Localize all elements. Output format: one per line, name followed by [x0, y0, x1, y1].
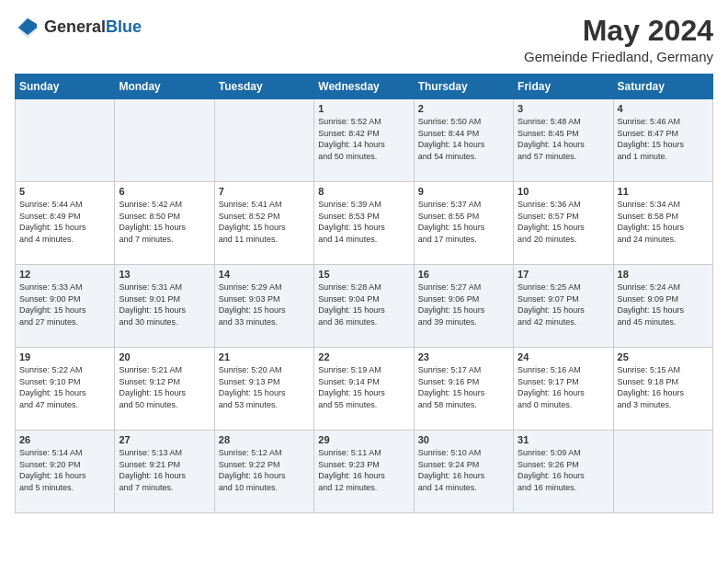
day-info: Sunrise: 5:20 AM Sunset: 9:13 PM Dayligh… — [219, 364, 310, 410]
calendar-weekday-thursday: Thursday — [414, 75, 513, 99]
day-number: 27 — [119, 434, 210, 445]
day-info: Sunrise: 5:52 AM Sunset: 8:42 PM Dayligh… — [318, 116, 409, 162]
day-number: 5 — [19, 186, 110, 197]
day-info: Sunrise: 5:39 AM Sunset: 8:53 PM Dayligh… — [318, 199, 409, 245]
calendar-cell: 13Sunrise: 5:31 AM Sunset: 9:01 PM Dayli… — [115, 265, 214, 348]
day-info: Sunrise: 5:48 AM Sunset: 8:45 PM Dayligh… — [518, 116, 609, 162]
location: Gemeinde Friedland, Germany — [524, 49, 713, 64]
day-info: Sunrise: 5:11 AM Sunset: 9:23 PM Dayligh… — [318, 447, 409, 493]
calendar-week-row: 19Sunrise: 5:22 AM Sunset: 9:10 PM Dayli… — [16, 348, 713, 431]
calendar-week-row: 12Sunrise: 5:33 AM Sunset: 9:00 PM Dayli… — [16, 265, 713, 348]
day-number: 20 — [119, 351, 210, 362]
calendar-cell: 16Sunrise: 5:27 AM Sunset: 9:06 PM Dayli… — [414, 265, 513, 348]
day-number: 29 — [318, 434, 409, 445]
day-number: 12 — [19, 269, 110, 280]
day-number: 26 — [19, 434, 110, 445]
day-number: 21 — [219, 351, 310, 362]
calendar-weekday-friday: Friday — [514, 75, 613, 99]
calendar-table: SundayMondayTuesdayWednesdayThursdayFrid… — [15, 74, 713, 513]
day-number: 13 — [119, 269, 210, 280]
calendar-cell: 9Sunrise: 5:37 AM Sunset: 8:55 PM Daylig… — [414, 182, 513, 265]
day-number: 9 — [418, 186, 509, 197]
day-number: 31 — [518, 434, 609, 445]
calendar-cell: 23Sunrise: 5:17 AM Sunset: 9:16 PM Dayli… — [414, 348, 513, 431]
day-info: Sunrise: 5:34 AM Sunset: 8:58 PM Dayligh… — [618, 199, 709, 245]
day-info: Sunrise: 5:19 AM Sunset: 9:14 PM Dayligh… — [318, 364, 409, 410]
calendar-weekday-tuesday: Tuesday — [214, 75, 313, 99]
day-number: 18 — [618, 269, 709, 280]
day-info: Sunrise: 5:14 AM Sunset: 9:20 PM Dayligh… — [19, 447, 110, 493]
day-info: Sunrise: 5:27 AM Sunset: 9:06 PM Dayligh… — [418, 282, 509, 327]
day-info: Sunrise: 5:50 AM Sunset: 8:44 PM Dayligh… — [418, 116, 509, 162]
day-number: 23 — [418, 351, 509, 362]
calendar-cell: 3Sunrise: 5:48 AM Sunset: 8:45 PM Daylig… — [514, 99, 613, 182]
day-info: Sunrise: 5:37 AM Sunset: 8:55 PM Dayligh… — [418, 199, 509, 245]
calendar-cell: 11Sunrise: 5:34 AM Sunset: 8:58 PM Dayli… — [613, 182, 712, 265]
calendar-cell: 8Sunrise: 5:39 AM Sunset: 8:53 PM Daylig… — [314, 182, 414, 265]
calendar-cell — [16, 99, 115, 182]
calendar-cell: 28Sunrise: 5:12 AM Sunset: 9:22 PM Dayli… — [214, 431, 313, 513]
day-info: Sunrise: 5:16 AM Sunset: 9:17 PM Dayligh… — [518, 364, 609, 410]
calendar-cell: 2Sunrise: 5:50 AM Sunset: 8:44 PM Daylig… — [414, 99, 513, 182]
calendar-cell: 6Sunrise: 5:42 AM Sunset: 8:50 PM Daylig… — [115, 182, 214, 265]
calendar-cell: 1Sunrise: 5:52 AM Sunset: 8:42 PM Daylig… — [314, 99, 414, 182]
calendar-cell: 15Sunrise: 5:28 AM Sunset: 9:04 PM Dayli… — [314, 265, 414, 348]
day-info: Sunrise: 5:10 AM Sunset: 9:24 PM Dayligh… — [418, 447, 509, 493]
month-year: May 2024 — [524, 15, 713, 47]
day-number: 3 — [518, 103, 609, 114]
calendar-weekday-wednesday: Wednesday — [314, 75, 414, 99]
day-number: 6 — [119, 186, 210, 197]
day-info: Sunrise: 5:21 AM Sunset: 9:12 PM Dayligh… — [119, 364, 210, 410]
calendar-weekday-sunday: Sunday — [16, 75, 115, 99]
page-header: GeneralBlue May 2024 Gemeinde Friedland,… — [15, 15, 713, 64]
calendar-cell: 14Sunrise: 5:29 AM Sunset: 9:03 PM Dayli… — [214, 265, 313, 348]
day-info: Sunrise: 5:44 AM Sunset: 8:49 PM Dayligh… — [19, 199, 110, 245]
calendar-cell: 21Sunrise: 5:20 AM Sunset: 9:13 PM Dayli… — [214, 348, 313, 431]
calendar-cell: 31Sunrise: 5:09 AM Sunset: 9:26 PM Dayli… — [514, 431, 613, 513]
day-number: 14 — [219, 269, 310, 280]
day-number: 1 — [318, 103, 409, 114]
title-block: May 2024 Gemeinde Friedland, Germany — [524, 15, 713, 64]
calendar-cell: 17Sunrise: 5:25 AM Sunset: 9:07 PM Dayli… — [514, 265, 613, 348]
calendar-cell: 18Sunrise: 5:24 AM Sunset: 9:09 PM Dayli… — [613, 265, 712, 348]
day-number: 7 — [219, 186, 310, 197]
day-number: 17 — [518, 269, 609, 280]
calendar-weekday-monday: Monday — [115, 75, 214, 99]
calendar-cell: 20Sunrise: 5:21 AM Sunset: 9:12 PM Dayli… — [115, 348, 214, 431]
day-info: Sunrise: 5:25 AM Sunset: 9:07 PM Dayligh… — [518, 282, 609, 327]
calendar-header-row: SundayMondayTuesdayWednesdayThursdayFrid… — [16, 75, 713, 99]
day-info: Sunrise: 5:41 AM Sunset: 8:52 PM Dayligh… — [219, 199, 310, 245]
day-info: Sunrise: 5:31 AM Sunset: 9:01 PM Dayligh… — [119, 282, 210, 327]
calendar-weekday-saturday: Saturday — [613, 75, 712, 99]
day-info: Sunrise: 5:22 AM Sunset: 9:10 PM Dayligh… — [19, 364, 110, 410]
calendar-cell: 22Sunrise: 5:19 AM Sunset: 9:14 PM Dayli… — [314, 348, 414, 431]
calendar-week-row: 1Sunrise: 5:52 AM Sunset: 8:42 PM Daylig… — [16, 99, 713, 182]
calendar-cell: 5Sunrise: 5:44 AM Sunset: 8:49 PM Daylig… — [16, 182, 115, 265]
day-info: Sunrise: 5:42 AM Sunset: 8:50 PM Dayligh… — [119, 199, 210, 245]
day-info: Sunrise: 5:13 AM Sunset: 9:21 PM Dayligh… — [119, 447, 210, 493]
logo-icon — [15, 15, 40, 40]
day-info: Sunrise: 5:29 AM Sunset: 9:03 PM Dayligh… — [219, 282, 310, 327]
day-number: 25 — [618, 351, 709, 362]
calendar-cell: 25Sunrise: 5:15 AM Sunset: 9:18 PM Dayli… — [613, 348, 712, 431]
calendar-cell: 7Sunrise: 5:41 AM Sunset: 8:52 PM Daylig… — [214, 182, 313, 265]
calendar-cell — [613, 431, 712, 513]
day-number: 15 — [318, 269, 409, 280]
calendar-cell: 30Sunrise: 5:10 AM Sunset: 9:24 PM Dayli… — [414, 431, 513, 513]
calendar-cell: 27Sunrise: 5:13 AM Sunset: 9:21 PM Dayli… — [115, 431, 214, 513]
calendar-cell: 4Sunrise: 5:46 AM Sunset: 8:47 PM Daylig… — [613, 99, 712, 182]
calendar-cell: 26Sunrise: 5:14 AM Sunset: 9:20 PM Dayli… — [16, 431, 115, 513]
day-info: Sunrise: 5:46 AM Sunset: 8:47 PM Dayligh… — [618, 116, 709, 162]
day-info: Sunrise: 5:09 AM Sunset: 9:26 PM Dayligh… — [518, 447, 609, 493]
day-number: 4 — [618, 103, 709, 114]
calendar-cell — [214, 99, 313, 182]
day-number: 10 — [518, 186, 609, 197]
svg-marker-2 — [18, 18, 37, 35]
calendar-cell — [115, 99, 214, 182]
day-number: 16 — [418, 269, 509, 280]
day-info: Sunrise: 5:33 AM Sunset: 9:00 PM Dayligh… — [19, 282, 110, 327]
day-number: 19 — [19, 351, 110, 362]
calendar-cell: 29Sunrise: 5:11 AM Sunset: 9:23 PM Dayli… — [314, 431, 414, 513]
day-number: 24 — [518, 351, 609, 362]
day-number: 22 — [318, 351, 409, 362]
